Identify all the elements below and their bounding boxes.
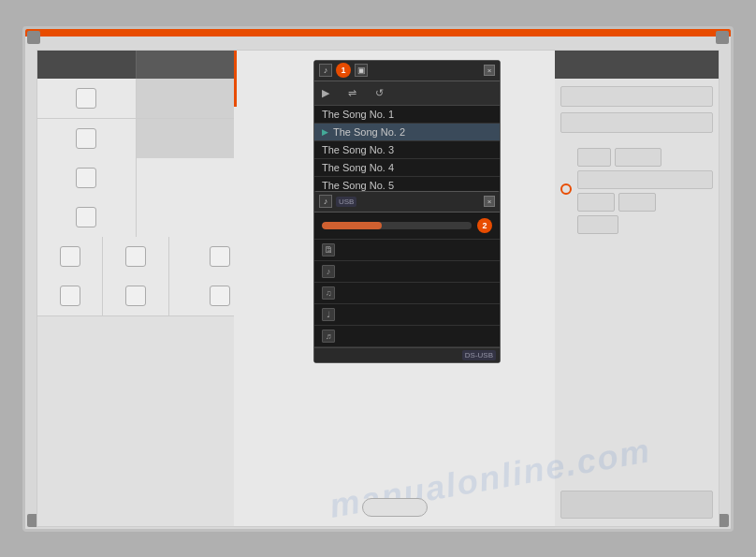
left-panel-row-6 bbox=[37, 277, 234, 316]
popup2-item-4-icon: ♩ bbox=[322, 308, 335, 321]
popup1-song-4-name: The Song No. 4 bbox=[322, 162, 394, 173]
popup2-close-button[interactable]: × bbox=[484, 196, 495, 207]
popup1-song-2-name: The Song No. 2 bbox=[333, 126, 405, 138]
left-cell-4-1 bbox=[37, 198, 137, 237]
popup1-toolbar: ▶ ⇌ ↺ bbox=[314, 81, 500, 106]
popup1-song-4[interactable]: The Song No. 4 bbox=[314, 159, 500, 177]
right-panel-btn-4[interactable] bbox=[618, 193, 656, 212]
left-panel-header bbox=[37, 51, 234, 79]
left-red-accent bbox=[234, 51, 237, 107]
popup2-progress-bar-bg bbox=[322, 222, 472, 229]
left-btn-5-1[interactable] bbox=[60, 246, 80, 267]
popup1-song-3-name: The Song No. 3 bbox=[322, 144, 394, 155]
left-btn-3-1[interactable] bbox=[76, 168, 96, 188]
popup1-song-1[interactable]: The Song No. 1 bbox=[314, 106, 500, 124]
popup2-number-badge: 2 bbox=[477, 218, 492, 233]
popup2-item-3[interactable]: ♫ bbox=[314, 283, 500, 304]
right-panel-header bbox=[555, 51, 719, 79]
right-panel-content bbox=[555, 79, 719, 526]
right-panel-btn-2[interactable] bbox=[615, 148, 662, 167]
right-panel-group-1 bbox=[560, 144, 713, 234]
right-panel bbox=[555, 51, 719, 526]
right-panel-buttons-section bbox=[577, 148, 713, 234]
left-cell-6-2 bbox=[103, 276, 168, 315]
popup1-repeat-button[interactable]: ↺ bbox=[375, 87, 384, 99]
popup2-item-2[interactable]: ♪ bbox=[314, 261, 500, 283]
popup2-music-icon: ♪ bbox=[319, 195, 332, 208]
popup2-item-5[interactable]: ♬ bbox=[314, 326, 500, 347]
left-cell-3-2 bbox=[137, 158, 235, 198]
left-btn-6-2[interactable] bbox=[125, 286, 146, 306]
popup1-song-2[interactable]: ▶ The Song No. 2 bbox=[314, 124, 500, 141]
left-panel-row-2 bbox=[37, 119, 234, 159]
popup2-progress-bar-fill bbox=[322, 222, 382, 229]
left-panel-row-1 bbox=[37, 79, 234, 119]
popup2-footer: DS-USB bbox=[314, 347, 500, 362]
popup1-song-1-name: The Song No. 1 bbox=[322, 109, 394, 120]
popup1-play-button[interactable]: ▶ bbox=[322, 87, 329, 99]
popup2-usb-tag: USB bbox=[336, 197, 356, 207]
right-panel-circle-indicator bbox=[560, 183, 572, 195]
popup1-close-button[interactable]: × bbox=[484, 65, 495, 76]
outer-frame: manualonline.com ♪ 1 ▣ × ▶ ⇌ ↺ bbox=[22, 26, 734, 532]
right-panel-row-2 bbox=[560, 112, 713, 133]
right-panel-footer-row bbox=[560, 491, 713, 519]
right-panel-btn-1[interactable] bbox=[577, 148, 611, 167]
right-panel-spacer bbox=[560, 240, 713, 485]
popup2-footer-tag: DS-USB bbox=[462, 350, 496, 360]
right-panel-row-1 bbox=[560, 86, 713, 107]
left-cell-5-2 bbox=[103, 237, 168, 276]
left-header-col1 bbox=[37, 51, 137, 79]
popup2-item-2-icon: ♪ bbox=[322, 265, 335, 278]
left-btn-4-1[interactable] bbox=[76, 207, 96, 227]
popup2-titlebar: ♪ USB × bbox=[314, 192, 500, 213]
center-area: manualonline.com ♪ 1 ▣ × ▶ ⇌ ↺ bbox=[234, 51, 555, 526]
left-btn-6-3[interactable] bbox=[210, 286, 230, 306]
left-btn-5-2[interactable] bbox=[125, 246, 146, 267]
popup1-shuffle-button[interactable]: ⇌ bbox=[348, 87, 356, 99]
left-header-col2 bbox=[137, 51, 235, 79]
popup2-item-4[interactable]: ♩ bbox=[314, 304, 500, 326]
popup1-titlebar: ♪ 1 ▣ × bbox=[314, 61, 500, 81]
popup-window-1: ♪ 1 ▣ × ▶ ⇌ ↺ The Song No. 1 bbox=[313, 60, 501, 211]
left-cell-5-1 bbox=[37, 237, 103, 276]
popup2-progress-row: 2 bbox=[314, 213, 500, 240]
left-btn-1-1[interactable] bbox=[76, 88, 96, 109]
right-panel-row-3 bbox=[577, 170, 713, 189]
popup1-number-badge: 1 bbox=[336, 63, 351, 78]
popup1-song-5-name: The Song No. 5 bbox=[322, 180, 394, 191]
right-panel-btn-row-2 bbox=[577, 193, 713, 212]
left-cell-2-1 bbox=[37, 119, 137, 158]
left-cell-6-1 bbox=[37, 276, 103, 315]
popup2-item-5-icon: ♬ bbox=[322, 330, 335, 343]
left-cell-4-2 bbox=[137, 198, 235, 237]
left-btn-6-1[interactable] bbox=[60, 286, 80, 306]
right-panel-btn-row-1 bbox=[577, 148, 713, 167]
left-btn-5-3[interactable] bbox=[210, 246, 230, 267]
corner-tr bbox=[716, 31, 729, 44]
popup1-song-3[interactable]: The Song No. 3 bbox=[314, 141, 500, 159]
top-red-bar bbox=[25, 29, 731, 37]
left-cell-3-1 bbox=[37, 158, 137, 198]
main-content-area: manualonline.com ♪ 1 ▣ × ▶ ⇌ ↺ bbox=[36, 50, 720, 527]
left-cell-6-3 bbox=[169, 276, 234, 315]
bottom-center-button[interactable] bbox=[362, 498, 428, 517]
corner-tl bbox=[27, 31, 40, 44]
left-cell-2-2 bbox=[137, 119, 235, 158]
popup1-monitor-icon: ▣ bbox=[355, 64, 368, 77]
left-panel bbox=[37, 51, 234, 526]
right-panel-btn-3[interactable] bbox=[577, 193, 615, 212]
right-panel-btn-5[interactable] bbox=[577, 215, 618, 234]
popup2-item-1-icon: 🖺 bbox=[322, 243, 335, 257]
popup1-song-list: The Song No. 1 ▶ The Song No. 2 The Song… bbox=[314, 106, 500, 195]
popup2-item-3-icon: ♫ bbox=[322, 286, 335, 300]
left-panel-row-3 bbox=[37, 159, 234, 198]
popup2-item-1[interactable]: 🖺 bbox=[314, 240, 500, 261]
left-panel-row-5 bbox=[37, 238, 234, 277]
popup1-song-2-play-icon: ▶ bbox=[322, 127, 328, 137]
left-cell-1-2 bbox=[137, 79, 235, 118]
popup2-content: 2 🖺 ♪ ♫ ♩ bbox=[314, 213, 500, 347]
popup-window-2: ♪ USB × 2 🖺 bbox=[313, 191, 501, 363]
left-btn-2-1[interactable] bbox=[76, 128, 96, 149]
popup1-music-icon: ♪ bbox=[319, 64, 332, 77]
